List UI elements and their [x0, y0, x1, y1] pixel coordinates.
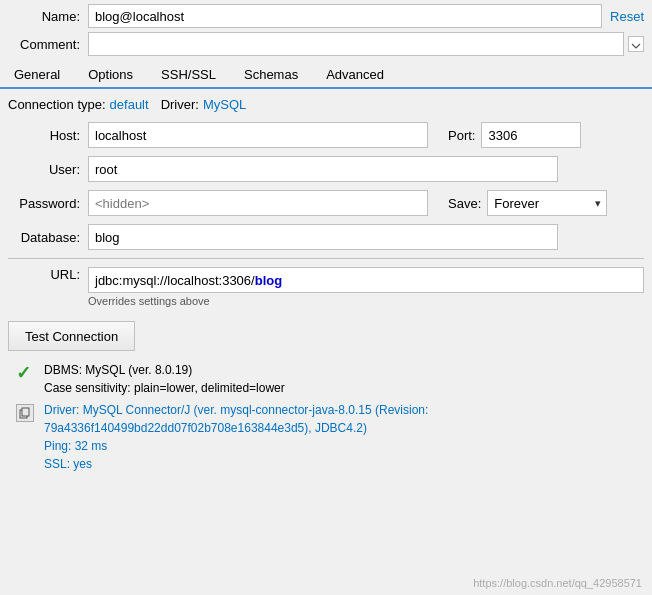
tab-schemas[interactable]: Schemas [230, 62, 312, 87]
conn-type-value: default [110, 97, 149, 112]
status-text-block: DBMS: MySQL (ver. 8.0.19) Case sensitivi… [44, 361, 285, 397]
comment-input[interactable] [88, 32, 624, 56]
status-section: ✓ DBMS: MySQL (ver. 8.0.19) Case sensiti… [8, 361, 644, 473]
tab-options[interactable]: Options [74, 62, 147, 87]
status-check-icon: ✓ [16, 362, 40, 384]
conn-driver-label: Driver: [161, 97, 199, 112]
status-ssl-line: SSL: yes [44, 455, 644, 473]
password-label: Password: [8, 196, 88, 211]
comment-expand-icon[interactable] [628, 36, 644, 52]
tab-ssh-ssl[interactable]: SSH/SSL [147, 62, 230, 87]
test-connection-button[interactable]: Test Connection [8, 321, 135, 351]
port-label: Port: [448, 128, 475, 143]
copy-icon[interactable] [16, 402, 40, 422]
url-label: URL: [8, 267, 88, 282]
user-label: User: [8, 162, 88, 177]
url-display[interactable]: jdbc:mysql://localhost:3306/blog [88, 267, 644, 293]
svg-rect-1 [22, 408, 29, 416]
status-line2: Case sensitivity: plain=lower, delimited… [44, 379, 285, 397]
url-bold-part: blog [255, 273, 282, 288]
password-input[interactable] [88, 190, 428, 216]
host-label: Host: [8, 128, 88, 143]
tab-advanced[interactable]: Advanced [312, 62, 398, 87]
name-input[interactable] [88, 4, 602, 28]
database-input[interactable] [88, 224, 558, 250]
user-input[interactable] [88, 156, 558, 182]
watermark: https://blog.csdn.net/qq_42958571 [473, 577, 642, 589]
save-select[interactable]: Forever For session Never [487, 190, 607, 216]
conn-type-label: Connection type: [8, 97, 106, 112]
url-wrapper: jdbc:mysql://localhost:3306/blog Overrid… [88, 267, 644, 307]
status-ping-line: Ping: 32 ms [44, 437, 644, 455]
port-input[interactable] [481, 122, 581, 148]
status-line1: DBMS: MySQL (ver. 8.0.19) [44, 361, 285, 379]
url-hint: Overrides settings above [88, 295, 644, 307]
tab-general[interactable]: General [0, 62, 74, 89]
url-prefix: jdbc:mysql://localhost:3306/ [95, 273, 255, 288]
reset-link[interactable]: Reset [610, 9, 644, 24]
save-label: Save: [448, 196, 481, 211]
tabs-bar: General Options SSH/SSL Schemas Advanced [0, 62, 652, 89]
conn-driver-value: MySQL [203, 97, 246, 112]
database-label: Database: [8, 230, 88, 245]
host-input[interactable] [88, 122, 428, 148]
status-driver-block: Driver: MySQL Connector/J (ver. mysql-co… [44, 401, 644, 473]
name-label: Name: [8, 9, 88, 24]
status-driver-line: Driver: MySQL Connector/J (ver. mysql-co… [44, 401, 644, 437]
save-select-wrapper: Forever For session Never [487, 190, 607, 216]
comment-label: Comment: [8, 37, 88, 52]
